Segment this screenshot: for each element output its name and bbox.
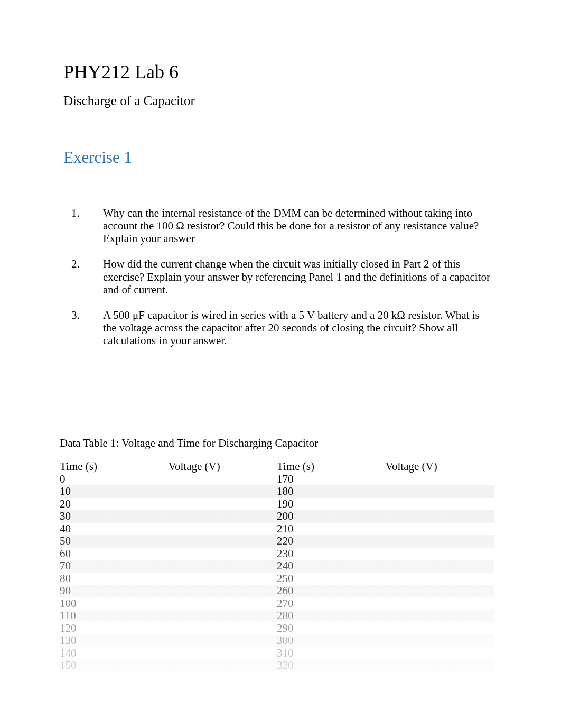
question-item: 2. How did the current change when the c… — [71, 257, 498, 296]
question-text: Why can the internal resistance of the D… — [103, 207, 498, 245]
table-row: 60 230 — [60, 548, 494, 560]
cell-time-b: 260 — [277, 585, 386, 597]
cell-time-b: 170 — [277, 473, 386, 486]
cell-volt-b — [386, 548, 494, 560]
table-row: 40 210 — [60, 523, 494, 536]
table-row: 20 190 — [60, 498, 494, 511]
cell-time-a: 20 — [60, 498, 169, 511]
table-body: 0 170 10 180 20 190 30 200 40 210 — [60, 473, 494, 672]
cell-volt-b — [386, 510, 494, 523]
cell-time-a: 100 — [60, 597, 169, 610]
cell-volt-a — [169, 597, 277, 610]
cell-volt-a — [169, 485, 277, 498]
table-row: 30 200 — [60, 510, 494, 523]
page-subtitle: Discharge of a Capacitor — [63, 94, 498, 108]
question-item: 3. A 500 μF capacitor is wired in series… — [71, 309, 498, 347]
cell-volt-b — [386, 647, 494, 660]
table-row: 130 300 — [60, 634, 494, 647]
cell-volt-a — [169, 498, 277, 511]
question-text: A 500 μF capacitor is wired in series wi… — [103, 309, 498, 347]
table-row: 80 250 — [60, 573, 494, 585]
cell-volt-b — [386, 573, 494, 585]
cell-volt-b — [386, 523, 494, 536]
cell-volt-a — [169, 523, 277, 536]
cell-time-b: 250 — [277, 573, 386, 585]
question-number: 1. — [71, 207, 103, 245]
cell-time-b: 290 — [277, 622, 386, 635]
cell-time-b: 200 — [277, 510, 386, 523]
cell-time-a: 60 — [60, 548, 169, 560]
table-row: 10 180 — [60, 485, 494, 498]
table-row: 150 320 — [60, 659, 494, 672]
cell-time-b: 280 — [277, 610, 386, 622]
cell-time-a: 70 — [60, 560, 169, 573]
cell-time-b: 190 — [277, 498, 386, 511]
cell-volt-b — [386, 560, 494, 573]
cell-volt-a — [169, 659, 277, 672]
cell-volt-b — [386, 585, 494, 597]
cell-volt-b — [386, 485, 494, 498]
cell-time-b: 210 — [277, 523, 386, 536]
header-volt-b: Voltage (V) — [386, 460, 494, 473]
table-header-row: Time (s) Voltage (V) Time (s) Voltage (V… — [60, 460, 494, 473]
cell-time-a: 130 — [60, 634, 169, 647]
cell-time-b: 300 — [277, 634, 386, 647]
table-row: 0 170 — [60, 473, 494, 486]
header-time-a: Time (s) — [60, 460, 169, 473]
cell-time-b: 220 — [277, 535, 386, 548]
question-number: 2. — [71, 257, 103, 296]
cell-time-b: 270 — [277, 597, 386, 610]
cell-volt-b — [386, 498, 494, 511]
cell-time-a: 50 — [60, 535, 169, 548]
cell-volt-b — [386, 535, 494, 548]
cell-volt-a — [169, 610, 277, 622]
page-title: PHY212 Lab 6 — [63, 61, 498, 83]
cell-volt-b — [386, 597, 494, 610]
cell-volt-a — [169, 634, 277, 647]
cell-volt-a — [169, 622, 277, 635]
cell-volt-a — [169, 548, 277, 560]
cell-time-b: 180 — [277, 485, 386, 498]
cell-volt-a — [169, 573, 277, 585]
cell-time-b: 240 — [277, 560, 386, 573]
cell-time-a: 0 — [60, 473, 169, 486]
table-row: 140 310 — [60, 647, 494, 660]
cell-time-a: 10 — [60, 485, 169, 498]
data-table: Time (s) Voltage (V) Time (s) Voltage (V… — [60, 460, 494, 672]
cell-volt-b — [386, 622, 494, 635]
cell-time-a: 110 — [60, 610, 169, 622]
table-row: 70 240 — [60, 560, 494, 573]
table-row: 110 280 — [60, 610, 494, 622]
cell-volt-a — [169, 560, 277, 573]
cell-time-b: 310 — [277, 647, 386, 660]
cell-volt-b — [386, 659, 494, 672]
cell-volt-a — [169, 647, 277, 660]
cell-time-a: 30 — [60, 510, 169, 523]
question-number: 3. — [71, 309, 103, 347]
table-row: 100 270 — [60, 597, 494, 610]
table-row: 50 220 — [60, 535, 494, 548]
question-item: 1. Why can the internal resistance of th… — [71, 207, 498, 245]
header-volt-a: Voltage (V) — [169, 460, 277, 473]
cell-volt-a — [169, 473, 277, 486]
cell-volt-a — [169, 535, 277, 548]
cell-time-a: 90 — [60, 585, 169, 597]
header-time-b: Time (s) — [277, 460, 386, 473]
cell-time-a: 140 — [60, 647, 169, 660]
cell-time-a: 80 — [60, 573, 169, 585]
cell-time-a: 40 — [60, 523, 169, 536]
cell-volt-b — [386, 634, 494, 647]
table-row: 120 290 — [60, 622, 494, 635]
table-row: 90 260 — [60, 585, 494, 597]
cell-time-a: 120 — [60, 622, 169, 635]
question-list: 1. Why can the internal resistance of th… — [63, 207, 498, 347]
cell-volt-a — [169, 510, 277, 523]
cell-volt-b — [386, 610, 494, 622]
question-text: How did the current change when the circ… — [103, 257, 498, 296]
table-caption: Data Table 1: Voltage and Time for Disch… — [60, 437, 498, 450]
cell-volt-b — [386, 473, 494, 486]
cell-time-b: 230 — [277, 548, 386, 560]
cell-time-a: 150 — [60, 659, 169, 672]
section-heading: Exercise 1 — [63, 148, 498, 167]
cell-volt-a — [169, 585, 277, 597]
